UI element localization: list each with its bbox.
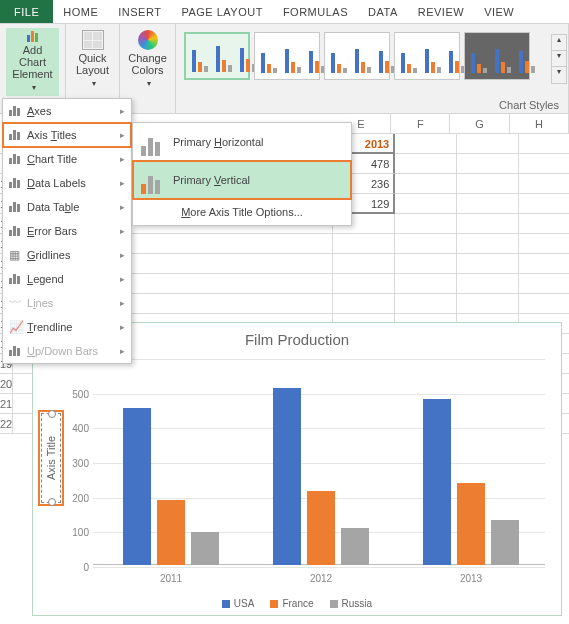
tab-view[interactable]: VIEW	[474, 0, 524, 23]
menu-data-labels[interactable]: Data Labels▸	[3, 171, 131, 195]
menu-data-table[interactable]: Data Table▸	[3, 195, 131, 219]
gallery-down-button[interactable]: ▾	[552, 51, 566, 67]
menu-axis-titles[interactable]: Axis Titles▸	[3, 123, 131, 147]
bar-USA-2012[interactable]	[273, 388, 301, 565]
bar-Russia-2013[interactable]	[491, 520, 519, 565]
legend-item-Russia[interactable]: Russia	[330, 598, 373, 609]
x-category: 2011	[160, 573, 182, 584]
menu-trendline[interactable]: 📈Trendline▸	[3, 315, 131, 339]
bar-USA-2011[interactable]	[123, 408, 151, 565]
chart-style-2[interactable]	[254, 32, 320, 80]
legend-item-France[interactable]: France	[270, 598, 313, 609]
submenu-more-options[interactable]: More Axis Title Options...	[133, 199, 351, 225]
submenu-primary-horizontal[interactable]: Primary Horizontal	[133, 123, 351, 161]
chart-style-gallery[interactable]	[180, 28, 534, 84]
chevron-down-icon: ▾	[32, 82, 36, 94]
menu-chart-title[interactable]: Chart Title▸	[3, 147, 131, 171]
col-header-g[interactable]: G	[450, 114, 509, 134]
menu-legend[interactable]: Legend▸	[3, 267, 131, 291]
y-tick: 400	[63, 423, 89, 434]
y-tick: 500	[63, 388, 89, 399]
bar-Russia-2012[interactable]	[341, 528, 369, 565]
menu-error-bars[interactable]: Error Bars▸	[3, 219, 131, 243]
quick-layout-button[interactable]: Quick Layout ▾	[72, 28, 113, 92]
tab-insert[interactable]: INSERT	[108, 0, 171, 23]
x-category: 2013	[460, 573, 482, 584]
row-header-21[interactable]: 21	[0, 394, 13, 414]
tab-formulas[interactable]: FORMULAS	[273, 0, 358, 23]
bar-France-2011[interactable]	[157, 500, 185, 565]
chart-styles-group-label: Chart Styles	[499, 99, 559, 111]
tab-review[interactable]: REVIEW	[408, 0, 474, 23]
row-header-22[interactable]: 22	[0, 414, 13, 434]
row-header-20[interactable]: 20	[0, 374, 13, 394]
chart-object[interactable]: Film Production Axis Title 0100200300400…	[32, 322, 562, 616]
change-colors-button[interactable]: Change Colors ▾	[124, 28, 171, 92]
menu-updown-bars: Up/Down Bars▸	[3, 339, 131, 363]
y-tick: 0	[63, 562, 89, 573]
vertical-axis-icon	[139, 166, 173, 194]
chart-style-3[interactable]	[324, 32, 390, 80]
chart-style-5[interactable]	[464, 32, 530, 80]
gallery-more-button[interactable]: ▾	[552, 67, 566, 83]
ribbon-tabs-bar: FILE HOME INSERT PAGE LAYOUT FORMULAS DA…	[0, 0, 569, 24]
x-category: 2012	[310, 573, 332, 584]
add-chart-element-menu: Axes▸ Axis Titles▸ Chart Title▸ Data Lab…	[2, 98, 132, 364]
bar-France-2012[interactable]	[307, 491, 335, 565]
bar-Russia-2011[interactable]	[191, 532, 219, 565]
file-tab[interactable]: FILE	[0, 0, 53, 23]
tab-page-layout[interactable]: PAGE LAYOUT	[171, 0, 273, 23]
menu-axes[interactable]: Axes▸	[3, 99, 131, 123]
layout-icon	[82, 30, 104, 50]
col-header-f[interactable]: F	[391, 114, 450, 134]
vertical-axis-title[interactable]: Axis Title	[41, 413, 61, 503]
gallery-up-button[interactable]: ▴	[552, 35, 566, 51]
y-tick: 100	[63, 527, 89, 538]
chart-element-icon	[27, 30, 38, 42]
y-tick: 300	[63, 458, 89, 469]
tab-home[interactable]: HOME	[53, 0, 108, 23]
bar-USA-2013[interactable]	[423, 399, 451, 565]
bar-France-2013[interactable]	[457, 483, 485, 565]
add-chart-element-button[interactable]: Add Chart Element ▾	[6, 28, 59, 96]
horizontal-axis-icon	[139, 128, 173, 156]
submenu-primary-vertical[interactable]: Primary Vertical	[133, 161, 351, 199]
legend-item-USA[interactable]: USA	[222, 598, 255, 609]
col-header-h[interactable]: H	[510, 114, 569, 134]
chart-style-1[interactable]	[184, 32, 250, 80]
colors-icon	[138, 30, 158, 50]
chart-plot-area[interactable]: 0100200300400500600201120122013	[93, 359, 545, 565]
tab-data[interactable]: DATA	[358, 0, 408, 23]
chart-style-4[interactable]	[394, 32, 460, 80]
y-tick: 200	[63, 492, 89, 503]
menu-gridlines[interactable]: ▦Gridlines▸	[3, 243, 131, 267]
axis-titles-submenu: Primary Horizontal Primary Vertical More…	[132, 122, 352, 226]
menu-lines: 〰Lines▸	[3, 291, 131, 315]
chart-legend[interactable]: USAFranceRussia	[33, 598, 561, 609]
